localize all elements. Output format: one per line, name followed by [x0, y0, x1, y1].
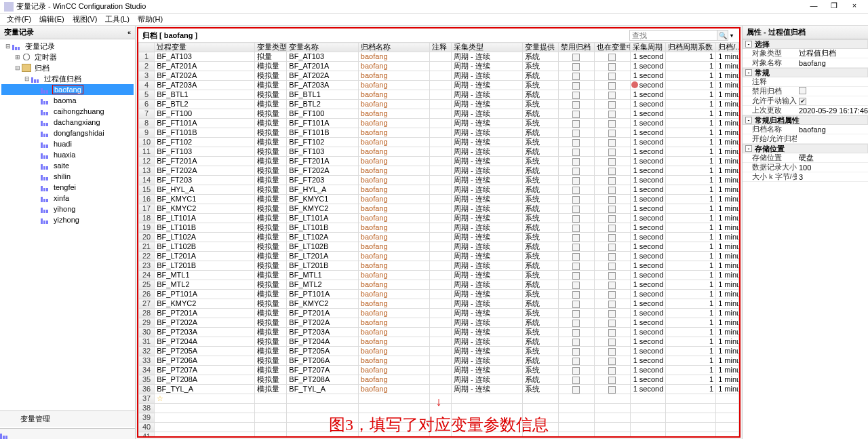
cell-also[interactable]: [594, 356, 630, 366]
cell-vartype[interactable]: 模拟量: [254, 337, 286, 347]
minimize-button[interactable]: —: [804, 1, 823, 12]
cell-factor[interactable]: 1: [666, 252, 716, 261]
cell-period[interactable]: 1 second: [630, 318, 666, 328]
cell-archive[interactable]: baofang: [358, 71, 429, 81]
tree-timer[interactable]: ⊞定时器: [1, 52, 134, 62]
table-row[interactable]: 16BF_KMYC1模拟量BF_KMYC1baofang周期 - 连续系统1 s…: [139, 195, 739, 204]
cell-vartype[interactable]: 模拟量: [254, 128, 286, 138]
cell-comment[interactable]: [430, 233, 452, 242]
prop-row[interactable]: 上次更改2020-05-29 16:17:46: [743, 106, 868, 115]
search-dropdown-icon[interactable]: ▾: [728, 33, 735, 39]
cell-factor[interactable]: 1: [666, 242, 716, 252]
cell-vartype[interactable]: 模拟量: [254, 100, 286, 109]
tree-item-baoma[interactable]: baoma: [1, 95, 134, 106]
cell-varname[interactable]: BF_PT202A: [287, 318, 358, 328]
cell-period[interactable]: 1 second: [630, 100, 666, 109]
checkbox-icon[interactable]: [572, 215, 580, 223]
cell-provider[interactable]: 系统: [523, 62, 559, 71]
cell-archive[interactable]: baofang: [358, 166, 429, 176]
prop-section[interactable]: -常规归档属性: [743, 115, 868, 125]
cell-acqtype[interactable]: 周期 - 连续: [451, 52, 522, 62]
cell-archperiod[interactable]: 1 minu: [716, 233, 739, 242]
cell-acqtype[interactable]: 周期 - 连续: [451, 119, 522, 128]
cell-vartype[interactable]: 模拟量: [254, 204, 286, 214]
cell-disable[interactable]: [559, 119, 595, 128]
checkbox-icon[interactable]: [572, 92, 580, 99]
cell-vartype[interactable]: 模拟量: [254, 280, 286, 290]
cell-period[interactable]: 1 second: [630, 185, 666, 195]
cell-period[interactable]: 1 second: [630, 385, 666, 394]
cell-archperiod[interactable]: 1 minu: [716, 242, 739, 252]
checkbox-icon[interactable]: [572, 101, 580, 109]
cell-disable[interactable]: [559, 242, 595, 252]
cell-tag[interactable]: BF_LT102B: [155, 242, 255, 252]
cell-acqtype[interactable]: 周期 - 连续: [451, 185, 522, 195]
cell-archive[interactable]: baofang: [358, 309, 429, 318]
cell-provider[interactable]: 系统: [523, 347, 559, 356]
cell-tag[interactable]: BF_BTL1: [155, 90, 255, 100]
cell-comment[interactable]: [430, 375, 452, 385]
cell-also[interactable]: [594, 299, 630, 309]
cell-also[interactable]: [594, 204, 630, 214]
cell-archperiod[interactable]: 1 minu: [716, 223, 739, 233]
cell-disable[interactable]: [559, 62, 595, 71]
cell-archive[interactable]: baofang: [358, 356, 429, 366]
cell-archperiod[interactable]: 1 minu: [716, 347, 739, 356]
table-row[interactable]: 35BF_PT208A模拟量BF_PT208Abaofang周期 - 连续系统1…: [139, 375, 739, 385]
checkbox-icon[interactable]: [572, 82, 580, 90]
cell-vartype[interactable]: 模拟量: [254, 223, 286, 233]
cell-provider[interactable]: 系统: [523, 128, 559, 138]
checkbox-icon[interactable]: [608, 187, 616, 194]
cell-period[interactable]: 1 second: [630, 195, 666, 204]
cell-also[interactable]: [594, 119, 630, 128]
cell-tag[interactable]: BF_MTL1: [155, 271, 255, 280]
cell-acqtype[interactable]: 周期 - 连续: [451, 290, 522, 299]
cell-acqtype[interactable]: 周期 - 连续: [451, 328, 522, 337]
cell-period[interactable]: 1 second: [630, 214, 666, 223]
table-row[interactable]: 13BF_FT202A模拟量BF_FT202Abaofang周期 - 连续系统1…: [139, 166, 739, 176]
cell-disable[interactable]: [559, 233, 595, 242]
cell-disable[interactable]: [559, 328, 595, 337]
cell-archive[interactable]: baofang: [358, 214, 429, 223]
cell-vartype[interactable]: 模拟量: [254, 71, 286, 81]
cell-comment[interactable]: [430, 271, 452, 280]
cell-also[interactable]: [594, 375, 630, 385]
cell-factor[interactable]: 1: [666, 356, 716, 366]
cell-vartype[interactable]: 模拟量: [254, 62, 286, 71]
checkbox-icon[interactable]: [608, 111, 616, 118]
prop-row[interactable]: 禁用归档: [743, 87, 868, 96]
cell-comment[interactable]: [430, 385, 452, 394]
table-row[interactable]: 10BF_FT102模拟量BF_FT102baofang周期 - 连续系统1 s…: [139, 138, 739, 147]
cell-acqtype[interactable]: 周期 - 连续: [451, 299, 522, 309]
prop-section[interactable]: -常规: [743, 68, 868, 77]
cell-also[interactable]: [594, 128, 630, 138]
checkbox-icon[interactable]: [608, 244, 616, 251]
collapse-left-button[interactable]: «: [127, 29, 131, 36]
cell-acqtype[interactable]: 周期 - 连续: [451, 138, 522, 147]
cell-factor[interactable]: 1: [666, 62, 716, 71]
cell-also[interactable]: [594, 347, 630, 356]
cell-disable[interactable]: [559, 128, 595, 138]
cell-disable[interactable]: [559, 166, 595, 176]
checkbox-icon[interactable]: [608, 225, 616, 232]
cell-provider[interactable]: 系统: [523, 366, 559, 375]
cell-also[interactable]: [594, 195, 630, 204]
cell-period[interactable]: 1 second: [630, 271, 666, 280]
cell-archperiod[interactable]: 1 minu: [716, 366, 739, 375]
cell-factor[interactable]: 1: [666, 337, 716, 347]
cell-archive[interactable]: baofang: [358, 290, 429, 299]
checkbox-icon[interactable]: [608, 320, 616, 327]
cell-comment[interactable]: [430, 223, 452, 233]
cell-provider[interactable]: 系统: [523, 299, 559, 309]
cell-varname[interactable]: BF_LT102B: [287, 242, 358, 252]
cell-period[interactable]: 1 second: [630, 62, 666, 71]
cell-vartype[interactable]: 模拟量: [254, 119, 286, 128]
cell-archperiod[interactable]: 1 minu: [716, 147, 739, 157]
cell-tag[interactable]: BF_PT208A: [155, 375, 255, 385]
cell-tag[interactable]: BF_PT204A: [155, 337, 255, 347]
cell-also[interactable]: [594, 280, 630, 290]
collapse-icon[interactable]: -: [745, 41, 752, 47]
cell-factor[interactable]: 1: [666, 100, 716, 109]
cell-acqtype[interactable]: 周期 - 连续: [451, 375, 522, 385]
table-row-empty[interactable]: 40: [139, 423, 739, 432]
